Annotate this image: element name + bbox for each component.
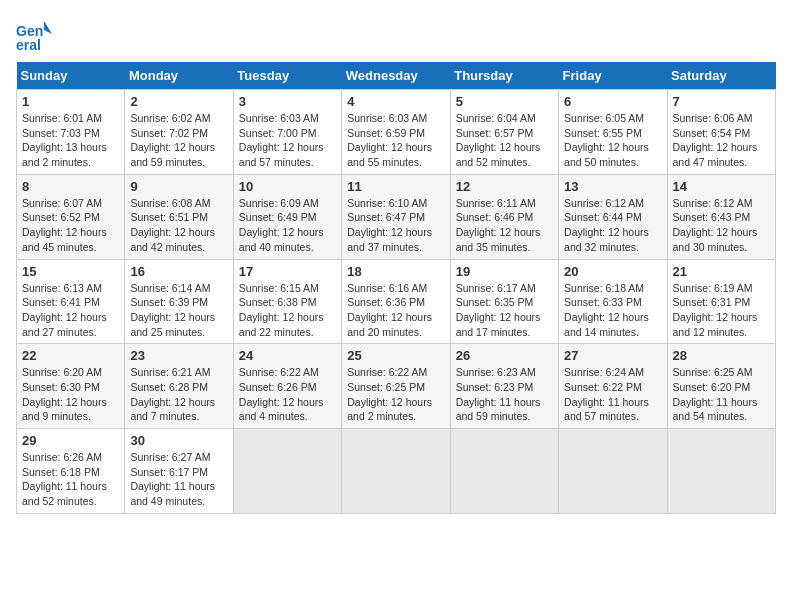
calendar-cell: 4Sunrise: 6:03 AMSunset: 6:59 PMDaylight… xyxy=(342,90,450,175)
day-info: Sunrise: 6:17 AMSunset: 6:35 PMDaylight:… xyxy=(456,281,553,340)
day-number: 15 xyxy=(22,264,119,279)
weekday-header-saturday: Saturday xyxy=(667,62,775,90)
day-info: Sunrise: 6:12 AMSunset: 6:44 PMDaylight:… xyxy=(564,196,661,255)
day-info: Sunrise: 6:04 AMSunset: 6:57 PMDaylight:… xyxy=(456,111,553,170)
day-info: Sunrise: 6:15 AMSunset: 6:38 PMDaylight:… xyxy=(239,281,336,340)
calendar-cell: 11Sunrise: 6:10 AMSunset: 6:47 PMDayligh… xyxy=(342,174,450,259)
calendar-week-3: 15Sunrise: 6:13 AMSunset: 6:41 PMDayligh… xyxy=(17,259,776,344)
day-info: Sunrise: 6:09 AMSunset: 6:49 PMDaylight:… xyxy=(239,196,336,255)
day-number: 6 xyxy=(564,94,661,109)
day-number: 17 xyxy=(239,264,336,279)
day-info: Sunrise: 6:01 AMSunset: 7:03 PMDaylight:… xyxy=(22,111,119,170)
calendar-cell: 29Sunrise: 6:26 AMSunset: 6:18 PMDayligh… xyxy=(17,429,125,514)
day-info: Sunrise: 6:21 AMSunset: 6:28 PMDaylight:… xyxy=(130,365,227,424)
svg-marker-2 xyxy=(44,21,52,34)
day-number: 23 xyxy=(130,348,227,363)
day-info: Sunrise: 6:03 AMSunset: 6:59 PMDaylight:… xyxy=(347,111,444,170)
day-number: 3 xyxy=(239,94,336,109)
day-number: 4 xyxy=(347,94,444,109)
day-info: Sunrise: 6:24 AMSunset: 6:22 PMDaylight:… xyxy=(564,365,661,424)
day-info: Sunrise: 6:03 AMSunset: 7:00 PMDaylight:… xyxy=(239,111,336,170)
calendar-cell: 2Sunrise: 6:02 AMSunset: 7:02 PMDaylight… xyxy=(125,90,233,175)
day-number: 14 xyxy=(673,179,770,194)
calendar-cell: 24Sunrise: 6:22 AMSunset: 6:26 PMDayligh… xyxy=(233,344,341,429)
calendar-cell: 10Sunrise: 6:09 AMSunset: 6:49 PMDayligh… xyxy=(233,174,341,259)
calendar-cell: 15Sunrise: 6:13 AMSunset: 6:41 PMDayligh… xyxy=(17,259,125,344)
calendar-cell xyxy=(559,429,667,514)
calendar-cell: 9Sunrise: 6:08 AMSunset: 6:51 PMDaylight… xyxy=(125,174,233,259)
day-info: Sunrise: 6:22 AMSunset: 6:25 PMDaylight:… xyxy=(347,365,444,424)
day-number: 7 xyxy=(673,94,770,109)
day-info: Sunrise: 6:07 AMSunset: 6:52 PMDaylight:… xyxy=(22,196,119,255)
day-number: 25 xyxy=(347,348,444,363)
weekday-header-monday: Monday xyxy=(125,62,233,90)
calendar-cell xyxy=(233,429,341,514)
calendar-cell: 8Sunrise: 6:07 AMSunset: 6:52 PMDaylight… xyxy=(17,174,125,259)
day-number: 8 xyxy=(22,179,119,194)
day-number: 27 xyxy=(564,348,661,363)
day-info: Sunrise: 6:19 AMSunset: 6:31 PMDaylight:… xyxy=(673,281,770,340)
day-number: 10 xyxy=(239,179,336,194)
day-number: 12 xyxy=(456,179,553,194)
day-number: 16 xyxy=(130,264,227,279)
day-number: 11 xyxy=(347,179,444,194)
day-info: Sunrise: 6:25 AMSunset: 6:20 PMDaylight:… xyxy=(673,365,770,424)
day-number: 21 xyxy=(673,264,770,279)
weekday-header-friday: Friday xyxy=(559,62,667,90)
calendar-cell: 5Sunrise: 6:04 AMSunset: 6:57 PMDaylight… xyxy=(450,90,558,175)
calendar-cell: 19Sunrise: 6:17 AMSunset: 6:35 PMDayligh… xyxy=(450,259,558,344)
day-number: 5 xyxy=(456,94,553,109)
weekday-header-wednesday: Wednesday xyxy=(342,62,450,90)
svg-text:eral: eral xyxy=(16,37,41,52)
day-info: Sunrise: 6:22 AMSunset: 6:26 PMDaylight:… xyxy=(239,365,336,424)
calendar-cell: 13Sunrise: 6:12 AMSunset: 6:44 PMDayligh… xyxy=(559,174,667,259)
calendar-cell: 26Sunrise: 6:23 AMSunset: 6:23 PMDayligh… xyxy=(450,344,558,429)
day-info: Sunrise: 6:10 AMSunset: 6:47 PMDaylight:… xyxy=(347,196,444,255)
day-number: 26 xyxy=(456,348,553,363)
day-info: Sunrise: 6:18 AMSunset: 6:33 PMDaylight:… xyxy=(564,281,661,340)
calendar-cell: 30Sunrise: 6:27 AMSunset: 6:17 PMDayligh… xyxy=(125,429,233,514)
calendar-cell: 14Sunrise: 6:12 AMSunset: 6:43 PMDayligh… xyxy=(667,174,775,259)
day-info: Sunrise: 6:12 AMSunset: 6:43 PMDaylight:… xyxy=(673,196,770,255)
day-info: Sunrise: 6:14 AMSunset: 6:39 PMDaylight:… xyxy=(130,281,227,340)
calendar-cell: 20Sunrise: 6:18 AMSunset: 6:33 PMDayligh… xyxy=(559,259,667,344)
calendar-cell: 21Sunrise: 6:19 AMSunset: 6:31 PMDayligh… xyxy=(667,259,775,344)
day-number: 29 xyxy=(22,433,119,448)
logo: Gen eral xyxy=(16,16,56,52)
day-info: Sunrise: 6:02 AMSunset: 7:02 PMDaylight:… xyxy=(130,111,227,170)
day-number: 9 xyxy=(130,179,227,194)
day-number: 2 xyxy=(130,94,227,109)
logo-icon: Gen eral xyxy=(16,16,52,52)
calendar-cell: 17Sunrise: 6:15 AMSunset: 6:38 PMDayligh… xyxy=(233,259,341,344)
calendar-week-4: 22Sunrise: 6:20 AMSunset: 6:30 PMDayligh… xyxy=(17,344,776,429)
calendar-cell: 18Sunrise: 6:16 AMSunset: 6:36 PMDayligh… xyxy=(342,259,450,344)
calendar-cell: 7Sunrise: 6:06 AMSunset: 6:54 PMDaylight… xyxy=(667,90,775,175)
weekday-header-thursday: Thursday xyxy=(450,62,558,90)
day-number: 1 xyxy=(22,94,119,109)
calendar-cell: 23Sunrise: 6:21 AMSunset: 6:28 PMDayligh… xyxy=(125,344,233,429)
calendar-cell xyxy=(667,429,775,514)
calendar-week-2: 8Sunrise: 6:07 AMSunset: 6:52 PMDaylight… xyxy=(17,174,776,259)
weekday-header-tuesday: Tuesday xyxy=(233,62,341,90)
calendar-week-5: 29Sunrise: 6:26 AMSunset: 6:18 PMDayligh… xyxy=(17,429,776,514)
calendar-cell: 16Sunrise: 6:14 AMSunset: 6:39 PMDayligh… xyxy=(125,259,233,344)
weekday-header-row: SundayMondayTuesdayWednesdayThursdayFrid… xyxy=(17,62,776,90)
calendar-cell xyxy=(342,429,450,514)
day-number: 22 xyxy=(22,348,119,363)
calendar-cell: 12Sunrise: 6:11 AMSunset: 6:46 PMDayligh… xyxy=(450,174,558,259)
calendar-week-1: 1Sunrise: 6:01 AMSunset: 7:03 PMDaylight… xyxy=(17,90,776,175)
calendar-cell: 25Sunrise: 6:22 AMSunset: 6:25 PMDayligh… xyxy=(342,344,450,429)
calendar-cell: 3Sunrise: 6:03 AMSunset: 7:00 PMDaylight… xyxy=(233,90,341,175)
day-info: Sunrise: 6:23 AMSunset: 6:23 PMDaylight:… xyxy=(456,365,553,424)
day-info: Sunrise: 6:13 AMSunset: 6:41 PMDaylight:… xyxy=(22,281,119,340)
day-info: Sunrise: 6:05 AMSunset: 6:55 PMDaylight:… xyxy=(564,111,661,170)
calendar-cell: 28Sunrise: 6:25 AMSunset: 6:20 PMDayligh… xyxy=(667,344,775,429)
day-info: Sunrise: 6:20 AMSunset: 6:30 PMDaylight:… xyxy=(22,365,119,424)
calendar-table: SundayMondayTuesdayWednesdayThursdayFrid… xyxy=(16,62,776,514)
calendar-cell: 22Sunrise: 6:20 AMSunset: 6:30 PMDayligh… xyxy=(17,344,125,429)
day-info: Sunrise: 6:26 AMSunset: 6:18 PMDaylight:… xyxy=(22,450,119,509)
day-info: Sunrise: 6:06 AMSunset: 6:54 PMDaylight:… xyxy=(673,111,770,170)
weekday-header-sunday: Sunday xyxy=(17,62,125,90)
day-number: 13 xyxy=(564,179,661,194)
page-header: Gen eral xyxy=(16,16,776,52)
